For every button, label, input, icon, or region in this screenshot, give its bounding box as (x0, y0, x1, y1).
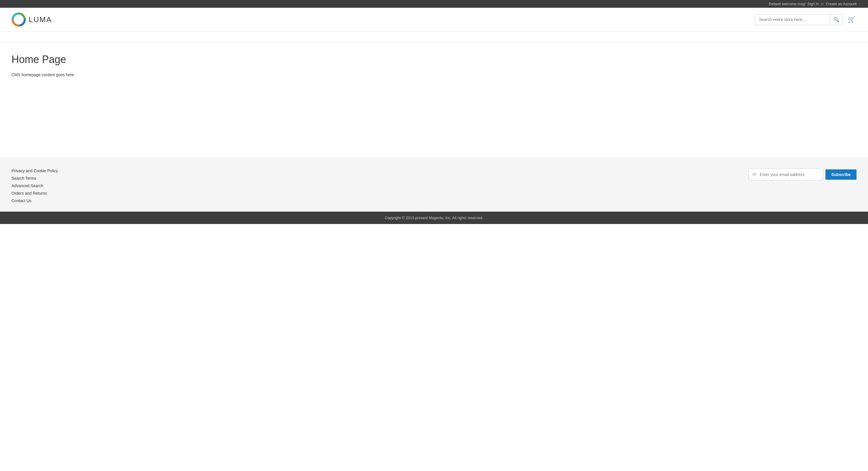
footer-orders-returns-link[interactable]: Orders and Returns (11, 191, 58, 196)
footer: Privacy and Cookie Policy Search Terms A… (0, 157, 868, 212)
newsletter-email-input[interactable] (760, 169, 823, 180)
sign-in-link[interactable]: Sign In (807, 2, 819, 6)
welcome-message: Default welcome msg! (769, 2, 806, 6)
header-right: 🔍 🛒 (755, 14, 857, 25)
create-account-link[interactable]: Create an Account (826, 2, 857, 6)
footer-search-terms-link[interactable]: Search Terms (11, 176, 58, 181)
luma-logo-icon (11, 12, 26, 27)
search-box: 🔍 (755, 14, 843, 25)
subscribe-button[interactable]: Subscribe (826, 169, 857, 180)
newsletter-input-wrapper: ✉ (749, 169, 823, 180)
search-input[interactable] (755, 15, 830, 24)
copyright-text: Copyright © 2013-present Magento, Inc. A… (385, 216, 483, 220)
cms-content: CMS homepage content goes here. (11, 72, 857, 77)
or-separator: or (820, 2, 824, 6)
main-content: Home Page CMS homepage content goes here… (0, 42, 868, 157)
logo-link[interactable]: LUMA (11, 12, 52, 27)
top-bar: Default welcome msg! Sign In or Create a… (0, 0, 868, 8)
header: LUMA 🔍 🛒 (0, 8, 868, 32)
navigation-bar (0, 32, 868, 42)
footer-advanced-search-link[interactable]: Advanced Search (11, 183, 58, 188)
footer-contact-us-link[interactable]: Contact Us (11, 198, 58, 203)
newsletter-section: ✉ Subscribe (749, 169, 857, 180)
footer-privacy-link[interactable]: Privacy and Cookie Policy (11, 169, 58, 173)
footer-links: Privacy and Cookie Policy Search Terms A… (11, 169, 58, 203)
logo-text: LUMA (29, 15, 52, 24)
page-title: Home Page (11, 54, 857, 65)
cart-button[interactable]: 🛒 (846, 14, 857, 24)
search-button[interactable]: 🔍 (830, 14, 843, 25)
bottom-bar: Copyright © 2013-present Magento, Inc. A… (0, 212, 868, 224)
email-icon: ✉ (749, 169, 760, 180)
